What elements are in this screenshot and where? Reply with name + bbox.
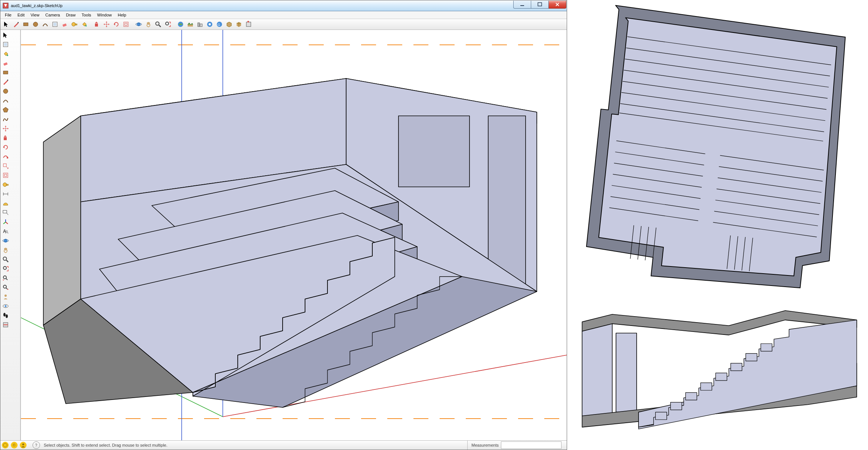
menu-window[interactable]: Window — [94, 11, 115, 19]
help-icon[interactable]: ? — [33, 441, 40, 449]
paint-bucket-icon[interactable] — [80, 20, 89, 29]
offset-icon[interactable] — [121, 20, 130, 29]
svg-point-101 — [22, 444, 24, 446]
svg-point-64 — [3, 276, 6, 279]
svg-rect-141 — [671, 402, 682, 410]
make-component-icon[interactable] — [1, 40, 10, 49]
toggle-terrain-icon[interactable] — [186, 20, 195, 29]
close-button[interactable] — [549, 1, 566, 9]
text-label-icon[interactable] — [1, 208, 10, 217]
circle-icon[interactable] — [31, 20, 40, 29]
svg-line-56 — [3, 222, 6, 224]
content-area: AA — [0, 30, 567, 440]
svg-rect-7 — [53, 23, 56, 26]
get-models-icon[interactable] — [225, 20, 234, 29]
protractor-icon[interactable] — [1, 199, 10, 208]
measurements-input[interactable] — [501, 441, 561, 449]
svg-rect-142 — [686, 392, 697, 400]
follow-me-icon[interactable] — [1, 152, 10, 161]
axes-icon[interactable] — [1, 218, 10, 226]
svg-point-38 — [3, 89, 8, 93]
3d-text-icon[interactable]: AA — [1, 227, 10, 236]
minimize-button[interactable] — [513, 1, 531, 9]
svg-point-70 — [6, 314, 8, 318]
move-icon[interactable] — [1, 124, 10, 133]
rectangle-icon[interactable] — [21, 20, 30, 29]
svg-rect-10 — [75, 24, 77, 25]
zoom-icon[interactable] — [154, 20, 163, 29]
line-pencil-icon[interactable] — [1, 77, 10, 86]
svg-rect-8 — [62, 24, 67, 27]
menu-view[interactable]: View — [28, 11, 43, 19]
svg-point-99 — [3, 443, 7, 447]
share-model-icon[interactable] — [234, 20, 243, 29]
pan-icon[interactable] — [144, 20, 153, 29]
window-controls — [513, 1, 566, 8]
orbit-icon[interactable] — [1, 236, 10, 245]
rectangle-icon[interactable] — [1, 68, 10, 77]
move-icon[interactable] — [102, 20, 111, 29]
push-pull-icon[interactable] — [92, 20, 101, 29]
geo-location-icon[interactable] — [2, 442, 9, 449]
circle-icon[interactable] — [1, 87, 10, 96]
photo-textures-icon[interactable] — [205, 20, 214, 29]
credit-icon[interactable]: © — [11, 442, 18, 449]
svg-rect-48 — [6, 184, 8, 185]
orbit-icon[interactable] — [134, 20, 143, 29]
zoom-icon[interactable] — [1, 255, 10, 264]
make-component-icon[interactable] — [50, 20, 59, 29]
dimension-icon[interactable] — [1, 189, 10, 198]
add-location-icon[interactable] — [176, 20, 185, 29]
svg-line-20 — [159, 25, 161, 27]
rotate-icon[interactable] — [112, 20, 121, 29]
menu-help[interactable]: Help — [115, 11, 129, 19]
zoom-extents-icon[interactable] — [1, 264, 10, 273]
offset-icon[interactable] — [1, 171, 10, 180]
svg-point-68 — [5, 305, 7, 307]
titlebar[interactable]: aud1_lawki_z.skp - SketchUp — [0, 0, 567, 11]
select-arrow-icon[interactable] — [2, 20, 11, 29]
pan-icon[interactable] — [1, 246, 10, 255]
rotate-icon[interactable] — [1, 143, 10, 152]
scale-icon[interactable] — [1, 161, 10, 170]
paint-bucket-icon[interactable] — [1, 49, 10, 58]
line-pencil-icon[interactable] — [12, 20, 21, 29]
menu-edit[interactable]: Edit — [15, 11, 28, 19]
section-view — [567, 299, 868, 450]
prev-view-icon[interactable] — [1, 274, 10, 283]
extensions-icon[interactable] — [244, 20, 253, 29]
menu-file[interactable]: File — [2, 11, 15, 19]
zoom-extents-icon[interactable] — [163, 20, 172, 29]
svg-rect-143 — [701, 383, 712, 390]
walk-icon[interactable] — [1, 311, 10, 320]
section-plane-icon[interactable] — [1, 320, 10, 329]
svg-rect-35 — [3, 62, 7, 66]
maximize-button[interactable] — [531, 1, 549, 9]
menu-draw[interactable]: Draw — [63, 11, 79, 19]
eraser-icon[interactable] — [1, 59, 10, 68]
position-camera-icon[interactable] — [1, 292, 10, 301]
preview-ge-icon[interactable]: G — [215, 20, 224, 29]
menu-tools[interactable]: Tools — [79, 11, 94, 19]
eraser-icon[interactable] — [60, 20, 69, 29]
arc-icon[interactable] — [41, 20, 50, 29]
next-view-icon[interactable] — [1, 283, 10, 292]
user-signin-icon[interactable] — [20, 442, 27, 449]
push-pull-icon[interactable] — [1, 133, 10, 142]
polygon-icon[interactable] — [1, 105, 10, 114]
viewport[interactable] — [21, 30, 567, 440]
svg-point-65 — [3, 285, 6, 288]
svg-rect-25 — [200, 24, 202, 27]
look-around-icon[interactable] — [1, 302, 10, 311]
freehand-icon[interactable] — [1, 115, 10, 124]
select-arrow-icon[interactable] — [1, 31, 10, 40]
tape-measure-icon[interactable] — [1, 180, 10, 189]
menu-label: View — [31, 13, 40, 17]
menu-label: File — [5, 13, 12, 17]
arc-icon[interactable] — [1, 96, 10, 105]
svg-rect-24 — [198, 23, 200, 27]
svg-point-27 — [209, 23, 211, 25]
add-building-icon[interactable] — [196, 20, 204, 29]
tape-measure-icon[interactable] — [70, 20, 79, 29]
menu-camera[interactable]: Camera — [42, 11, 63, 19]
